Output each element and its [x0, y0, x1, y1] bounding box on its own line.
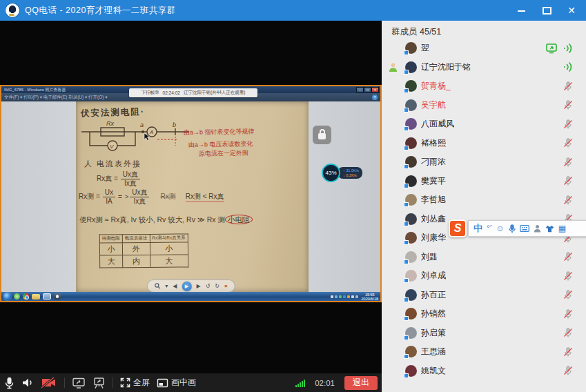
network-percent-badge: 43% [322, 164, 340, 182]
member-name: 孙启策 [421, 327, 446, 339]
photo-viewer-icon [43, 293, 51, 300]
mobile-badge-icon [404, 88, 409, 93]
avatar [405, 289, 417, 301]
red-annotation: 由a→b 指针表变化等规律 [184, 127, 255, 137]
microphone-button[interactable] [4, 377, 14, 389]
member-name: 翌 [421, 42, 429, 54]
tray-icon [355, 295, 358, 298]
member-name: 贺青杨_ [421, 80, 451, 92]
titlebar[interactable]: QQ电话 - 2020育才理科一二班共享群 ✕ [0, 0, 586, 21]
member-name: 褚格熙 [421, 137, 446, 149]
struck-text: Rx测 [160, 192, 175, 202]
member-name: 刘韪 [421, 251, 438, 263]
whiteboard-button[interactable] [92, 377, 106, 389]
avatar [405, 175, 417, 187]
member-row[interactable]: 贺青杨_ [382, 77, 586, 96]
minimize-button[interactable] [517, 6, 527, 15]
voice-input-icon[interactable] [509, 224, 516, 233]
pv-minimize-icon: – [356, 87, 364, 92]
rotate-ccw-icon: ↺ [206, 283, 211, 289]
tray-icon [343, 295, 346, 298]
member-row[interactable]: 吴宇航 [382, 96, 586, 115]
share-status-pill: 下行帧率 02:24:02 辽宁沈阳于铭(共44人正在观看) [129, 88, 257, 97]
relation-text: Rx测 < Rx真 [186, 192, 224, 202]
member-name: 姚凯文 [421, 365, 446, 377]
window-title: QQ电话 - 2020育才理科一二班共享群 [25, 5, 176, 17]
circled-text: 小电阻 [225, 215, 253, 224]
share-status-prefix: 下行帧率 [141, 90, 159, 96]
member-row[interactable]: 孙启策 [382, 324, 586, 343]
skin-shirt-icon[interactable] [545, 225, 554, 233]
soft-keyboard-icon[interactable] [520, 225, 529, 232]
upload-speed: ↑ 31.0K/s [343, 168, 359, 173]
member-row[interactable]: 刘卓成 [382, 266, 586, 286]
maximize-button[interactable] [542, 6, 551, 15]
sogou-logo-icon[interactable]: S [449, 219, 467, 237]
tray-icon [351, 295, 354, 298]
member-row[interactable]: 褚格熙 [382, 134, 586, 153]
qq-taskbar-icon [54, 293, 61, 300]
avatar [405, 251, 417, 263]
muted-mic-icon [563, 327, 575, 338]
avatar [405, 346, 417, 357]
fullscreen-button[interactable]: 全屏 [120, 377, 150, 389]
mobile-badge-icon [404, 335, 409, 340]
muted-mic-icon [563, 271, 575, 282]
network-monitor-widget[interactable]: 43% ↑ 31.0K/s ↓ 0.2K/s [322, 164, 362, 182]
account-icon[interactable] [534, 224, 541, 233]
exit-button[interactable]: 退出 [344, 376, 378, 390]
note-section-heading: 人 电流表外接 [84, 159, 141, 169]
avatar [405, 42, 417, 54]
member-name: 李哲旭 [421, 194, 446, 206]
share-screen-button[interactable] [72, 377, 86, 389]
network-speed-pill: ↑ 31.0K/s ↓ 0.2K/s [338, 167, 362, 179]
screen-share-icon [545, 43, 558, 54]
member-row[interactable]: 姚凯文 [382, 362, 586, 381]
member-row[interactable]: 孙百正 [382, 286, 586, 305]
toolbar-divider [113, 378, 113, 388]
toolbox-grid-icon[interactable]: ▦ [558, 221, 566, 236]
close-button[interactable]: ✕ [567, 6, 576, 15]
punctuation-toggle[interactable]: °’ [487, 221, 491, 236]
screen-share-video[interactable]: IMG_6785 - Windows 照片查看器 –□× 文件(F) ▾ 打印(… [0, 21, 382, 373]
avatar [405, 308, 417, 320]
tray-icon [335, 295, 338, 298]
member-row[interactable]: 孙镐然 [382, 304, 586, 324]
svg-text:V: V [110, 144, 114, 150]
member-name: 孙镐然 [421, 308, 446, 320]
mobile-badge-icon [404, 259, 409, 264]
pip-button[interactable]: 画中画 [157, 377, 196, 389]
taskbar-clock: 15:55 2020/6/18 [362, 293, 378, 301]
mobile-badge-icon [404, 240, 409, 245]
shared-desktop: IMG_6785 - Windows 照片查看器 –□× 文件(F) ▾ 打印(… [0, 85, 382, 302]
floating-lock-button[interactable] [313, 126, 331, 144]
mobile-badge-icon [404, 278, 409, 283]
member-row[interactable]: 刘韪 [382, 248, 586, 267]
member-name: 刁雨浓 [421, 156, 446, 168]
member-row[interactable]: 辽宁沈阳于铭 [382, 58, 586, 77]
notebook-photo: 伏安法测电阻· [76, 101, 309, 292]
member-row[interactable]: 刁雨浓 [382, 153, 586, 172]
muted-mic-icon [563, 137, 575, 148]
download-speed: ↓ 0.2K/s [343, 173, 359, 177]
formula-rx-measured: Rx测 = UxIA = > Ux真Ix真 Rx测 Rx测 < Rx真 [79, 188, 224, 205]
emoji-icon[interactable]: ☺ [496, 221, 504, 236]
member-row[interactable]: 李哲旭 [382, 190, 586, 210]
member-row[interactable]: 八面威风 [382, 115, 586, 134]
camera-off-button[interactable] [41, 377, 57, 389]
member-row[interactable]: 翌 [382, 39, 586, 58]
member-name: 辽宁沈阳于铭 [421, 61, 471, 73]
member-row[interactable]: 樊冀平 [382, 172, 586, 191]
mobile-badge-icon [404, 354, 409, 359]
photo-viewer-title: IMG_6785 - Windows 照片查看器 [4, 88, 66, 92]
zoom-icon [154, 283, 160, 289]
avatar [405, 99, 417, 111]
muted-mic-icon [563, 289, 575, 300]
browser-icon [14, 293, 20, 300]
input-mode-toggle[interactable]: 中 [473, 221, 482, 236]
svg-text:b: b [173, 121, 176, 128]
audio-waves-icon [563, 43, 575, 54]
speaker-button[interactable] [21, 377, 34, 389]
sogou-input-bar[interactable]: S 中 °’ ☺ ▦ [449, 219, 586, 237]
member-row[interactable]: 王思涵 [382, 342, 586, 362]
